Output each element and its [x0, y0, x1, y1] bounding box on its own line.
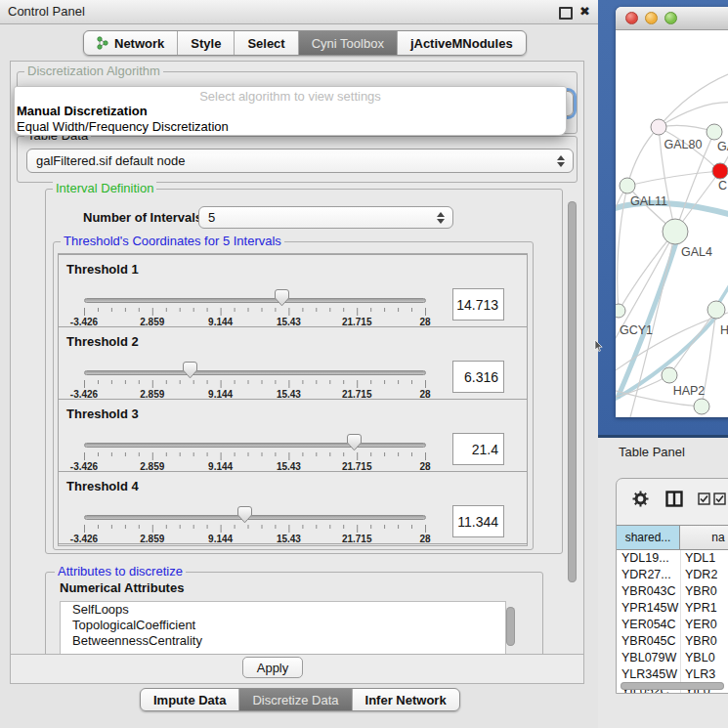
table-row[interactable]: YER054CYER0 — [617, 617, 728, 633]
network-node[interactable] — [712, 163, 728, 179]
table-cell[interactable]: YBL0 — [681, 650, 715, 666]
threshold-slider[interactable]: -3.4262.8599.14415.4321.71528 — [84, 433, 426, 472]
interval-definition-label: Interval Definition — [53, 182, 156, 194]
slider-track[interactable] — [84, 298, 426, 303]
slider-track[interactable] — [84, 515, 426, 520]
attribute-list-item[interactable]: TopologicalCoefficient — [61, 618, 505, 633]
threshold-slider[interactable]: -3.4262.8599.14415.4321.71528 — [84, 505, 426, 544]
attributes-list-scrollbar[interactable] — [506, 607, 515, 646]
attribute-list-item[interactable]: BetweennessCentrality — [61, 633, 505, 649]
bottom-tab-bar: Impute Data Discretize Data Infer Networ… — [140, 688, 460, 711]
tab-label: jActiveMNodules — [410, 36, 513, 51]
network-node[interactable] — [616, 304, 625, 318]
network-node[interactable] — [651, 119, 666, 135]
tab-select[interactable]: Select — [234, 31, 297, 55]
network-node[interactable] — [707, 301, 725, 319]
slider-thumb[interactable] — [237, 506, 252, 524]
close-panel-icon[interactable]: ✖ — [579, 5, 590, 19]
tab-style[interactable]: Style — [177, 31, 234, 55]
numerical-attributes-list[interactable]: SelfLoopsTopologicalCoefficientBetweenne… — [60, 601, 506, 656]
tab-discretize-data[interactable]: Discretize Data — [238, 689, 351, 710]
table-cell[interactable]: YDR2 — [681, 567, 717, 583]
network-edge[interactable] — [627, 127, 659, 186]
threshold-row: Threshold 3 -3.4262.8599.14415.4321.7152… — [58, 399, 528, 472]
table-cell[interactable]: YBL079W — [617, 650, 681, 666]
table-cell[interactable]: YDL1 — [681, 550, 715, 567]
window-zoom-icon[interactable] — [664, 12, 677, 24]
table-row[interactable]: YLR345WYLR3 — [617, 666, 728, 683]
network-node[interactable] — [707, 124, 722, 140]
slider-thumb[interactable] — [275, 289, 289, 307]
table-cell[interactable]: YER054C — [617, 617, 681, 633]
apply-strip: Apply — [11, 654, 583, 684]
table-cell[interactable]: YPR1 — [681, 600, 717, 617]
network-window-titlebar[interactable] — [616, 7, 728, 30]
table-cell[interactable]: YBR043C — [617, 583, 681, 600]
tab-label: Infer Network — [365, 693, 447, 707]
table-cell[interactable]: YBR045C — [617, 633, 681, 650]
table-row[interactable]: YDL19...YDL1 — [617, 550, 728, 567]
network-edge[interactable] — [718, 268, 728, 304]
table-cell[interactable]: YDR27... — [617, 567, 681, 583]
table-cell[interactable]: YPR145W — [617, 600, 681, 617]
table-row[interactable]: YBR045CYBR0 — [617, 633, 728, 650]
threshold-value-field[interactable]: 6.316 — [452, 361, 504, 393]
slider-thumb[interactable] — [183, 362, 197, 379]
tab-impute-data[interactable]: Impute Data — [141, 689, 238, 710]
network-node[interactable] — [662, 367, 677, 383]
slider-thumb[interactable] — [347, 434, 362, 451]
column-header[interactable]: na — [679, 525, 728, 550]
table-data-combobox[interactable]: galFiltered.sif default node — [26, 149, 574, 173]
popup-item-equal-width-frequency[interactable]: Equal Width/Frequency Discretization — [15, 119, 566, 135]
window-close-icon[interactable] — [625, 12, 638, 24]
window-minimize-icon[interactable] — [645, 12, 658, 24]
table-row[interactable]: YBL079WYBL0 — [617, 650, 728, 666]
number-of-intervals-combobox[interactable]: 5 — [198, 206, 453, 229]
table-row[interactable]: YPR145WYPR1 — [617, 600, 728, 617]
network-node-label: H — [720, 323, 728, 337]
threshold-value-field[interactable]: 11.344 — [452, 505, 504, 537]
gear-icon[interactable] — [632, 491, 649, 507]
attribute-list-item[interactable]: SelfLoops — [61, 602, 505, 618]
table-cell[interactable]: YLR3 — [681, 666, 715, 683]
table-cell[interactable]: YBR0 — [681, 633, 717, 650]
network-edge[interactable] — [627, 171, 720, 186]
threshold-value-field[interactable]: 21.4 — [452, 433, 504, 465]
network-node[interactable] — [663, 219, 688, 244]
network-node[interactable] — [694, 399, 709, 414]
column-header[interactable]: shared... — [616, 525, 680, 550]
table-cell[interactable]: YBR0 — [681, 583, 717, 600]
table-cell[interactable]: YLR345W — [617, 666, 681, 683]
columns-icon[interactable] — [665, 491, 683, 507]
table-cell[interactable]: YDL19... — [617, 550, 681, 567]
threshold-row: Threshold 1 -3.4262.8599.14415.4321.7152… — [58, 254, 528, 327]
apply-button[interactable]: Apply — [242, 657, 303, 678]
tab-jactivemnodules[interactable]: jActiveMNodules — [397, 31, 526, 55]
checkbox-icon[interactable] — [713, 492, 726, 505]
popup-item-manual-discretization[interactable]: Manual Discretization — [15, 104, 566, 119]
network-node[interactable] — [620, 178, 635, 193]
slider-track[interactable] — [84, 370, 426, 375]
threshold-slider[interactable]: -3.4262.8599.14415.4321.71528 — [84, 288, 426, 327]
combo-stepper-icon — [437, 212, 445, 224]
tab-infer-network[interactable]: Infer Network — [352, 689, 459, 710]
numerical-attributes-label: Numerical Attributes — [60, 580, 184, 595]
table-row[interactable]: YBR043CYBR0 — [617, 583, 728, 600]
table-cell[interactable]: YER0 — [681, 617, 717, 633]
slider-ticks — [84, 308, 426, 317]
table-horizontal-scrollbar[interactable] — [621, 682, 724, 690]
mouse-cursor — [594, 340, 603, 353]
slider-track[interactable] — [84, 443, 426, 448]
checkbox-icon[interactable] — [698, 492, 710, 505]
tab-network[interactable]: Network — [84, 31, 177, 55]
tab-cyni-toolbox[interactable]: Cyni Toolbox — [298, 31, 397, 55]
tick-label: -3.426 — [70, 534, 98, 544]
network-edge[interactable] — [659, 74, 728, 127]
threshold-slider[interactable]: -3.4262.8599.14415.4321.71528 — [84, 361, 426, 400]
network-canvas[interactable]: GAL80GACGAL11GAL4GCY1HHAP2 — [616, 30, 728, 417]
content-scrollbar[interactable] — [568, 201, 577, 582]
threshold-label: Threshold 3 — [66, 407, 139, 421]
float-window-icon[interactable] — [559, 7, 573, 20]
threshold-value-field[interactable]: 14.713 — [452, 288, 504, 321]
table-row[interactable]: YDR27...YDR2 — [617, 567, 728, 583]
